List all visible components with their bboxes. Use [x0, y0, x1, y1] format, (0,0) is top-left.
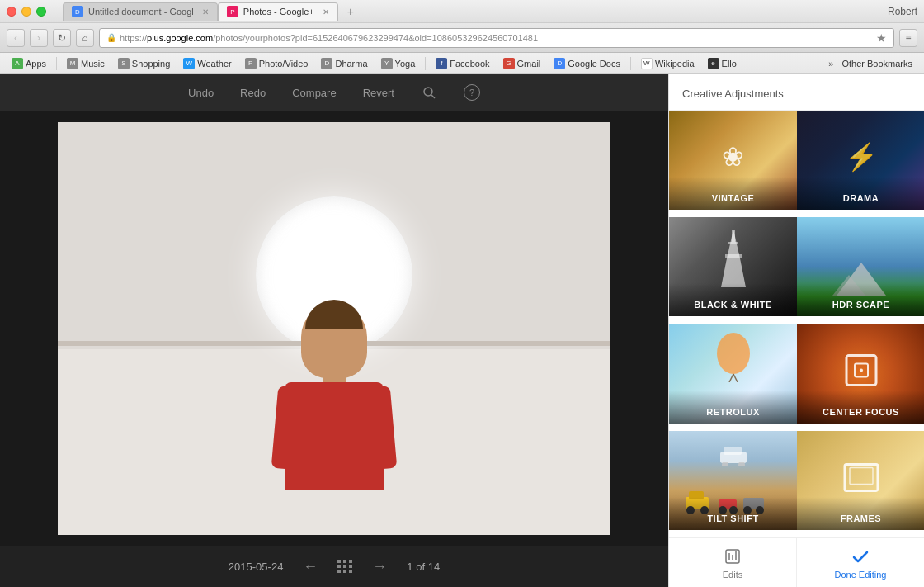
svg-line-9: [729, 374, 733, 382]
bookmark-shopping-label: Shopping: [132, 59, 171, 69]
prev-photo-button[interactable]: ←: [303, 558, 318, 575]
tab-photos-close[interactable]: ✕: [323, 7, 329, 17]
bookmark-shopping-icon: S: [118, 58, 130, 69]
photo-counter: 1 of 14: [407, 561, 440, 573]
edits-label: Edits: [723, 570, 742, 580]
adjustment-bw[interactable]: BLACK & WHITE: [669, 217, 797, 316]
edits-button[interactable]: Edits: [669, 538, 796, 587]
boy-hair: [305, 300, 363, 329]
photo-boy-figure: [268, 304, 400, 535]
svg-point-8: [717, 333, 750, 374]
redo-button[interactable]: Redo: [240, 87, 266, 99]
close-button[interactable]: [7, 7, 16, 17]
bookmark-yoga[interactable]: Y Yoga: [376, 56, 421, 71]
bookmark-apps-label: Apps: [26, 59, 46, 69]
url-bar[interactable]: 🔒 https://plus.google.com/photos/yourpho…: [99, 28, 894, 48]
adjustment-centerfocus[interactable]: CENTER FOCUS: [797, 324, 924, 424]
adjustment-retrolux[interactable]: RETROLUX: [669, 324, 797, 424]
photo-display: [0, 111, 668, 546]
adjustment-drama[interactable]: ⚡ DRAMA: [797, 111, 924, 210]
revert-button[interactable]: Revert: [363, 87, 394, 99]
svg-line-1: [431, 95, 435, 98]
right-panel: Creative Adjustments ❀ VINTAGE ⚡ DRAMA: [668, 74, 924, 587]
bookmark-weather-icon: W: [183, 58, 195, 69]
compare-button[interactable]: Compare: [292, 87, 336, 99]
tab-photos[interactable]: P Photos - Google+ ✕: [218, 2, 338, 21]
vintage-label: VINTAGE: [712, 193, 755, 203]
bookmark-apps[interactable]: A Apps: [7, 56, 51, 71]
bookmark-photo-video-icon: P: [245, 58, 257, 69]
grid-view-button[interactable]: [337, 560, 352, 573]
svg-rect-3: [725, 254, 742, 258]
bookmark-separator-2: [425, 57, 426, 70]
bookmark-shopping[interactable]: S Shopping: [113, 56, 176, 71]
bookmark-weather[interactable]: W Weather: [178, 56, 236, 71]
bookmark-music[interactable]: M Music: [62, 56, 110, 71]
centerfocus-label: CENTER FOCUS: [823, 407, 899, 417]
tab-docs[interactable]: D Untitled document - Googl ✕: [63, 2, 218, 21]
bookmark-wikipedia-label: Wikipedia: [655, 59, 695, 69]
settings-button[interactable]: ≡: [899, 29, 917, 47]
done-icon: [851, 547, 870, 566]
boy-head: [301, 304, 367, 378]
retrolux-label: RETROLUX: [706, 407, 760, 417]
home-button[interactable]: ⌂: [76, 29, 94, 47]
bookmark-google-docs[interactable]: D Google Docs: [549, 56, 625, 71]
bookmark-photo-video-label: Photo/Video: [259, 59, 309, 69]
svg-point-0: [424, 88, 432, 96]
bookmark-weather-label: Weather: [197, 59, 231, 69]
bookmark-wikipedia[interactable]: W Wikipedia: [636, 56, 700, 71]
bookmark-ello[interactable]: e Ello: [703, 56, 742, 71]
maximize-button[interactable]: [36, 7, 46, 17]
bookmark-dharma[interactable]: D Dharma: [316, 56, 372, 71]
svg-rect-29: [850, 467, 873, 484]
adjustment-frames[interactable]: FRAMES: [797, 431, 924, 530]
new-tab-button[interactable]: +: [342, 2, 360, 21]
help-button[interactable]: ?: [464, 84, 480, 101]
frames-label: FRAMES: [841, 514, 881, 523]
bookmark-gmail[interactable]: G Gmail: [498, 56, 546, 71]
bookmark-music-icon: M: [67, 58, 78, 69]
adjustment-vintage[interactable]: ❀ VINTAGE: [669, 111, 797, 210]
bookmark-dharma-label: Dharma: [335, 59, 367, 69]
refresh-button[interactable]: ↻: [53, 29, 71, 47]
hdr-label: HDR SCAPE: [832, 300, 889, 310]
bookmark-separator-3: [630, 57, 631, 70]
photo-date: 2015-05-24: [229, 561, 284, 573]
forward-button[interactable]: ›: [30, 29, 48, 47]
adjustment-tiltshift[interactable]: TILT SHIFT: [669, 431, 797, 530]
other-bookmarks-label: Other Bookmarks: [842, 59, 912, 69]
tab-photos-favicon: P: [227, 6, 238, 17]
bookmark-gmail-icon: G: [503, 58, 515, 69]
bookmark-apps-icon: A: [12, 58, 23, 69]
photo-frame: [58, 122, 610, 535]
tab-docs-favicon: D: [72, 6, 83, 17]
svg-line-10: [733, 374, 738, 382]
done-editing-button[interactable]: Done Editing: [797, 538, 924, 587]
bookmark-yoga-label: Yoga: [395, 59, 416, 69]
bookmarks-more-button[interactable]: »: [828, 59, 833, 69]
back-button[interactable]: ‹: [7, 29, 25, 47]
bookmark-star[interactable]: ★: [876, 31, 887, 45]
bookmark-facebook[interactable]: f Facebook: [431, 56, 494, 71]
minimize-button[interactable]: [21, 7, 31, 17]
url-protocol: https://: [120, 33, 147, 43]
url-text: https://plus.google.com/photos/yourphoto…: [120, 33, 873, 43]
done-editing-label: Done Editing: [835, 570, 887, 580]
search-button[interactable]: [421, 84, 437, 101]
other-bookmarks[interactable]: Other Bookmarks: [837, 57, 917, 70]
svg-rect-25: [724, 447, 742, 455]
next-photo-button[interactable]: →: [372, 558, 387, 575]
bw-label: BLACK & WHITE: [694, 300, 772, 310]
adjustment-hdr[interactable]: HDR SCAPE: [797, 217, 924, 316]
url-domain: plus.google.com: [147, 33, 213, 43]
tab-docs-close[interactable]: ✕: [202, 7, 209, 17]
undo-button[interactable]: Undo: [188, 87, 214, 99]
edits-icon: [723, 547, 742, 566]
panel-title: Creative Adjustments: [669, 74, 924, 111]
svg-rect-4: [728, 242, 738, 244]
bookmark-dharma-icon: D: [321, 58, 332, 69]
bookmark-photo-video[interactable]: P Photo/Video: [240, 56, 314, 71]
lock-icon: 🔒: [106, 33, 116, 42]
titlebar: D Untitled document - Googl ✕ P Photos -…: [0, 0, 924, 23]
